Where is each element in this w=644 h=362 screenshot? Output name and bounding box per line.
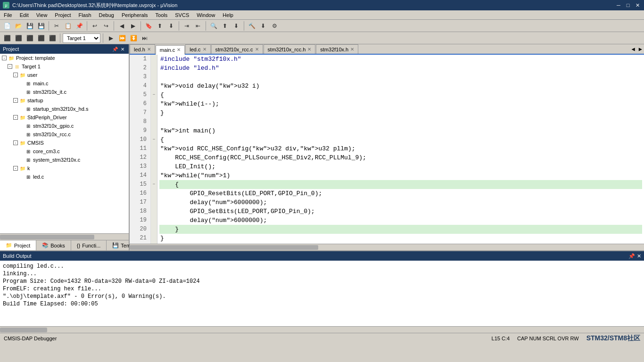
menu-flash[interactable]: Flash: [75, 10, 95, 19]
tab-rcc-h-close[interactable]: ✕: [307, 47, 311, 52]
tree-project-root[interactable]: - 📁 Project: template: [0, 54, 129, 62]
minimize-button[interactable]: ─: [615, 2, 622, 8]
code-line-16[interactable]: GPIO_ResetBits(LED_PORT,GPIO_Pin_0);: [159, 189, 642, 198]
code-line-6[interactable]: "kw">while(i--);: [159, 99, 642, 108]
fold-button-5[interactable]: −: [153, 90, 155, 99]
code-line-5[interactable]: {: [159, 90, 642, 99]
tb2-btn4[interactable]: ⬛: [36, 33, 46, 43]
code-line-10[interactable]: {: [159, 135, 642, 144]
tree-k[interactable]: - 📁 k: [0, 164, 129, 173]
save-all-button[interactable]: 💾: [36, 21, 46, 31]
tab-main-c[interactable]: main.c ✕: [156, 45, 185, 55]
tab-rcc-c-close[interactable]: ✕: [255, 47, 259, 52]
unindent-button[interactable]: ⇤: [193, 21, 203, 31]
tree-core-cm3[interactable]: ⊞ core_cm3.c: [0, 147, 129, 156]
tree-startup-file[interactable]: ⊞ startup_stm32f10x_hd.s: [0, 105, 129, 113]
bottom-tab-project[interactable]: 📁 Project: [0, 240, 36, 250]
expand-target1[interactable]: -: [8, 64, 12, 69]
tb2-debug3[interactable]: ⏬: [128, 33, 139, 43]
nav-back-button[interactable]: ◀: [116, 21, 127, 31]
tb2-debug1[interactable]: ▶: [106, 33, 116, 43]
maximize-button[interactable]: □: [624, 2, 632, 8]
undo-button[interactable]: ↩: [90, 21, 100, 31]
tb2-debug2[interactable]: ⏩: [117, 33, 127, 43]
code-line-8[interactable]: [159, 117, 642, 126]
code-line-20[interactable]: }: [159, 225, 642, 234]
find-next-button[interactable]: ⬇: [231, 21, 241, 31]
download-button[interactable]: ⬇: [258, 21, 268, 31]
panel-close-button[interactable]: ✕: [119, 46, 126, 52]
menu-view[interactable]: View: [33, 10, 51, 19]
build-pin-button[interactable]: 📌: [628, 253, 635, 259]
code-line-21[interactable]: }: [159, 234, 642, 243]
bottom-tab-functi[interactable]: {} Functi...: [71, 240, 107, 250]
code-line-3[interactable]: [159, 73, 642, 82]
bookmark-prev[interactable]: ⬆: [155, 21, 165, 31]
tb2-btn1[interactable]: ⬛: [2, 33, 12, 43]
tree-user[interactable]: - 📁 user: [0, 71, 129, 79]
menu-window[interactable]: Window: [193, 10, 219, 19]
tab-led-h-close[interactable]: ✕: [147, 47, 151, 52]
tab-led-c[interactable]: led.c ✕: [185, 44, 210, 54]
tree-target1[interactable]: - ⊞ Target 1: [0, 62, 129, 71]
tab-rcc-h[interactable]: stm32f10x_rcc.h ✕: [264, 44, 316, 54]
tab-led-h[interactable]: led.h ✕: [130, 44, 155, 54]
editor-hscroll[interactable]: [130, 244, 644, 250]
fold-button-10[interactable]: −: [153, 135, 155, 144]
tab-nav-right[interactable]: ▶: [637, 45, 644, 54]
project-hscroll[interactable]: [0, 233, 129, 240]
tree-main-c[interactable]: ⊞ main.c: [0, 79, 129, 88]
code-line-2[interactable]: #include "led.h": [159, 64, 642, 73]
tab-nav-left[interactable]: ◀: [630, 45, 637, 54]
tab-rcc-c[interactable]: stm32f10x_rcc.c ✕: [211, 44, 263, 54]
indent-button[interactable]: ⇥: [182, 21, 192, 31]
find-prev-button[interactable]: ⬆: [220, 21, 230, 31]
tree-led-c[interactable]: ⊞ led.c: [0, 173, 129, 181]
menu-file[interactable]: File: [0, 10, 16, 19]
nav-fwd-button[interactable]: ▶: [128, 21, 138, 31]
tree-system-stm32[interactable]: ⊞ system_stm32f10x.c: [0, 156, 129, 164]
expand-user[interactable]: -: [13, 73, 18, 77]
expand-startup[interactable]: -: [13, 98, 18, 103]
build-close-button[interactable]: ✕: [637, 253, 641, 259]
code-line-12[interactable]: RCC_HSE_Config(RCC_PLLSource_HSE_Div2,RC…: [159, 153, 642, 162]
code-line-13[interactable]: LED_Init();: [159, 162, 642, 171]
expand-k[interactable]: -: [13, 166, 18, 171]
tab-led-c-close[interactable]: ✕: [203, 47, 206, 52]
code-line-18[interactable]: GPIO_SetBits(LED_PORT,GPIO_Pin_0);: [159, 207, 642, 216]
expand-stdperiph[interactable]: -: [13, 115, 18, 120]
code-line-14[interactable]: "kw">while("num">1): [159, 171, 642, 180]
tree-stdperiph[interactable]: - 📁 StdPeriph_Driver: [0, 113, 129, 122]
tree-stm32-it[interactable]: ⊞ stm32f10x_it.c: [0, 88, 129, 96]
target-select[interactable]: Target 1: [63, 33, 100, 43]
redo-button[interactable]: ↪: [101, 21, 111, 31]
code-line-19[interactable]: delay("num">6000000);: [159, 216, 642, 225]
menu-help[interactable]: Help: [219, 10, 237, 19]
code-line-1[interactable]: #include "stm32f10x.h": [159, 55, 642, 64]
paste-button[interactable]: 📌: [74, 21, 84, 31]
menu-project[interactable]: Project: [51, 10, 74, 19]
tree-gpio[interactable]: ⊞ stm32f10x_gpio.c: [0, 122, 129, 130]
tb2-btn3[interactable]: ⬛: [25, 33, 35, 43]
copy-button[interactable]: 📋: [63, 21, 73, 31]
open-button[interactable]: 📂: [13, 21, 24, 31]
menu-peripherals[interactable]: Peripherals: [118, 10, 152, 19]
code-line-7[interactable]: }: [159, 108, 642, 117]
tb2-btn5[interactable]: ⬛: [47, 33, 58, 43]
close-button[interactable]: ✕: [634, 2, 641, 8]
tab-main-c-close[interactable]: ✕: [177, 47, 181, 52]
save-button[interactable]: 💾: [25, 21, 35, 31]
code-line-17[interactable]: delay("num">6000000);: [159, 198, 642, 207]
cut-button[interactable]: ✂: [51, 21, 62, 31]
tb2-debug4[interactable]: ⏭: [140, 33, 150, 43]
menu-svcs[interactable]: SVCS: [171, 10, 193, 19]
code-line-15[interactable]: {: [159, 180, 642, 189]
build-button[interactable]: 🔨: [247, 21, 257, 31]
bottom-tab-books[interactable]: 📚 Books: [36, 240, 71, 250]
bookmark-button[interactable]: 🔖: [143, 21, 154, 31]
tree-cmsis[interactable]: - 📁 CMSIS: [0, 139, 129, 147]
find-button[interactable]: 🔍: [208, 21, 219, 31]
code-editor[interactable]: 12345678910111213141516171819202122 −−− …: [130, 55, 644, 244]
code-content[interactable]: #include "stm32f10x.h"#include "led.h" "…: [157, 55, 644, 244]
tab-stm32-h-close[interactable]: ✕: [350, 47, 354, 52]
